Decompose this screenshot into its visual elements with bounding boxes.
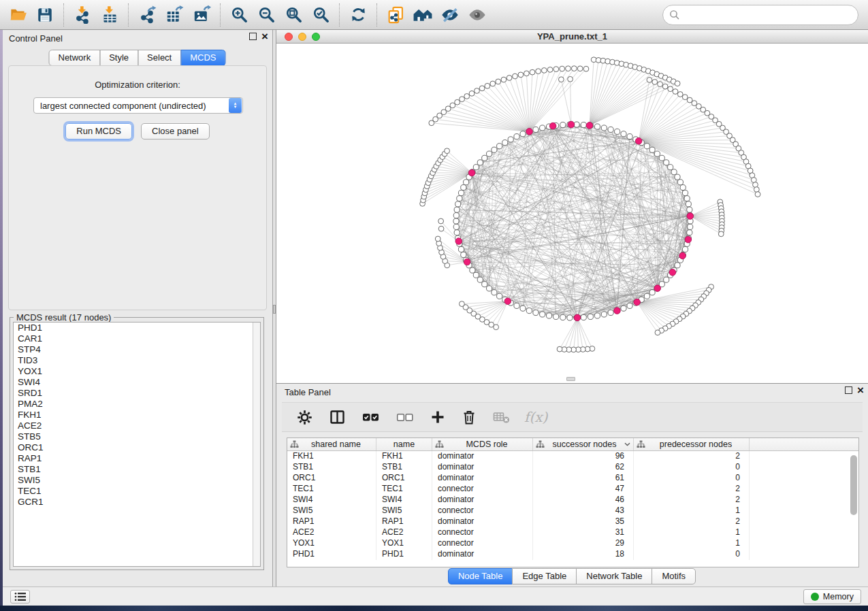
save-session-button[interactable]	[31, 3, 59, 27]
table-row[interactable]: STB1STB1dominator620	[287, 462, 858, 473]
delete-table-button[interactable]	[493, 410, 511, 425]
deselect-all-button[interactable]	[396, 411, 414, 423]
split-column-button[interactable]	[329, 410, 346, 425]
table-cell: 1	[634, 527, 750, 538]
mcds-result-item[interactable]: STB1	[14, 464, 260, 475]
table-cell: connector	[432, 506, 533, 516]
mcds-result-item[interactable]: ACE2	[14, 420, 260, 431]
delete-column-button[interactable]	[462, 410, 477, 425]
zoom-selected-button[interactable]	[307, 3, 334, 27]
mcds-result-item[interactable]: TID3	[14, 355, 260, 366]
table-row[interactable]: SWI5SWI5connector431	[287, 506, 858, 516]
refresh-button[interactable]	[344, 3, 372, 27]
splitter-grip-icon[interactable]	[273, 305, 276, 314]
network-graph[interactable]	[276, 44, 868, 383]
clone-network-button[interactable]	[382, 3, 409, 27]
select-all-button[interactable]	[362, 411, 380, 423]
open-file-button[interactable]	[4, 3, 31, 27]
run-mcds-button[interactable]: Run MCDS	[65, 123, 132, 139]
table-panel-tabs: Node Table Edge Table Network Table Moti…	[276, 568, 868, 584]
float-panel-icon[interactable]	[249, 33, 257, 40]
column-header-predecessor-nodes[interactable]: predecessor nodes	[634, 438, 750, 450]
network-window-titlebar[interactable]: YPA_prune.txt_1	[276, 30, 868, 44]
show-details-button[interactable]	[464, 3, 491, 27]
table-cell: 2	[634, 516, 750, 527]
mcds-result-item[interactable]: STP4	[14, 344, 260, 355]
mcds-result-item[interactable]: RAP1	[14, 453, 260, 464]
table-row[interactable]: ORC1ORC1dominator610	[287, 473, 858, 484]
memory-button[interactable]: Memory	[803, 589, 861, 604]
tab-motifs[interactable]: Motifs	[652, 568, 696, 584]
table-row[interactable]: SWI4SWI4dominator462	[287, 495, 858, 506]
deselect-all-icon	[396, 411, 414, 423]
mcds-result-item[interactable]: GCR1	[14, 497, 260, 508]
mcds-result-item[interactable]: FKH1	[14, 410, 260, 420]
task-history-button[interactable]	[10, 590, 30, 604]
mcds-result-item[interactable]: TEC1	[14, 486, 260, 497]
search-input[interactable]	[680, 7, 858, 23]
import-table-button[interactable]	[96, 3, 123, 27]
table-cell: 18	[533, 549, 634, 560]
column-header-shared-name[interactable]: shared name	[287, 438, 376, 450]
tab-mcds[interactable]: MCDS	[180, 50, 225, 66]
clone-network-icon	[386, 5, 405, 24]
mcds-result-list[interactable]: PHD1CAR1STP4TID3YOX1SWI4SRD1PMA2FKH1ACE2…	[13, 322, 261, 567]
column-header-successor-nodes[interactable]: successor nodes	[533, 438, 634, 450]
table-row[interactable]: PHD1PHD1dominator180	[287, 549, 858, 560]
add-column-button[interactable]	[430, 410, 445, 425]
import-table-icon	[101, 5, 119, 24]
table-row[interactable]: TEC1TEC1connector472	[287, 484, 858, 495]
table-cell: connector	[432, 527, 533, 538]
task-list-icon	[14, 592, 27, 601]
table-cell: ACE2	[376, 527, 432, 538]
search-box[interactable]	[662, 5, 858, 25]
tab-node-table[interactable]: Node Table	[448, 568, 513, 584]
table-row[interactable]: FKH1FKH1dominator962	[287, 451, 858, 462]
column-header-name[interactable]: name	[376, 438, 432, 450]
table-scrollbar[interactable]	[850, 452, 857, 565]
mcds-list-scrollbar[interactable]	[253, 323, 260, 566]
table-row[interactable]: RAP1RAP1dominator352	[287, 516, 858, 527]
home-layout-button[interactable]	[409, 3, 436, 27]
home-layout-icon	[413, 5, 432, 24]
tab-style[interactable]: Style	[99, 50, 138, 66]
mcds-result-item[interactable]: PHD1	[14, 323, 260, 333]
float-panel-icon[interactable]	[845, 386, 852, 394]
main-toolbar	[0, 0, 868, 30]
optimization-criterion-label: Optimization criterion:	[9, 80, 266, 90]
table-cell: 0	[634, 549, 750, 560]
mcds-result-item[interactable]: YOX1	[14, 366, 260, 377]
import-network-button[interactable]	[69, 3, 96, 27]
zoom-in-button[interactable]	[225, 3, 253, 27]
export-network-button[interactable]	[133, 3, 161, 27]
mcds-result-item[interactable]: ORC1	[14, 442, 260, 453]
hide-details-button[interactable]	[436, 3, 464, 27]
horizontal-splitter-grip-icon[interactable]	[566, 377, 575, 381]
mcds-result-item[interactable]: STB5	[14, 431, 260, 442]
close-panel-icon[interactable]: ×	[857, 386, 864, 394]
mcds-result-item[interactable]: PMA2	[14, 399, 260, 410]
delete-column-icon	[462, 410, 477, 425]
tab-network-table[interactable]: Network Table	[576, 568, 652, 584]
zoom-out-button[interactable]	[253, 3, 280, 27]
mcds-result-item[interactable]: SWI5	[14, 475, 260, 486]
tab-network[interactable]: Network	[48, 50, 100, 66]
mcds-result-item[interactable]: SRD1	[14, 388, 260, 399]
table-options-button[interactable]	[297, 410, 312, 425]
close-panel-button[interactable]: Close panel	[141, 123, 210, 139]
tab-edge-table[interactable]: Edge Table	[512, 568, 577, 584]
optimization-criterion-select[interactable]: largest connected component (undirected)…	[33, 97, 243, 114]
zoom-fit-button[interactable]	[280, 3, 307, 27]
column-header-mcds-role[interactable]: MCDS role	[432, 438, 533, 450]
export-network-icon	[138, 5, 157, 24]
table-row[interactable]: YOX1YOX1connector291	[287, 538, 858, 549]
close-panel-icon[interactable]: ×	[261, 33, 268, 40]
mcds-result-item[interactable]: CAR1	[14, 333, 260, 344]
scrollbar-thumb[interactable]	[850, 455, 857, 515]
table-row[interactable]: ACE2ACE2connector311	[287, 527, 858, 538]
tab-select[interactable]: Select	[138, 50, 181, 66]
function-builder-button[interactable]: f(x)	[524, 409, 547, 425]
mcds-result-item[interactable]: SWI4	[14, 377, 260, 388]
export-table-button[interactable]	[161, 3, 188, 27]
export-image-button[interactable]	[188, 3, 215, 27]
